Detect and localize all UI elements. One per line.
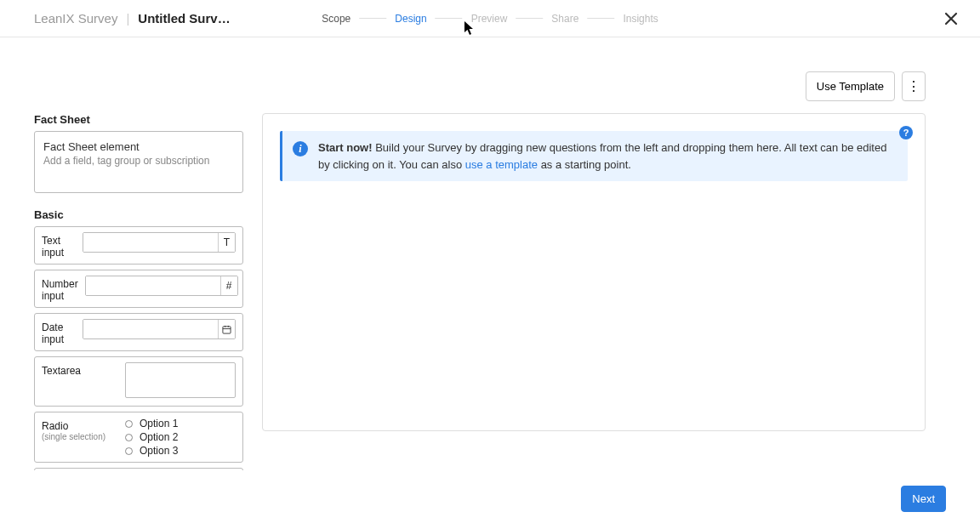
more-options-button[interactable]: ⋮ [902,71,926,101]
number-input-demo-field [86,276,220,295]
text-suffix-icon: T [218,233,235,252]
widget-label: Text input [42,232,76,259]
app-header: LeanIX Survey | Untitled Surv… Scope Des… [0,0,980,37]
info-icon: i [293,141,308,156]
date-input-demo [83,319,236,339]
radio-icon [125,434,133,441]
info-strong: Start now! [318,141,373,154]
wizard-steps: Scope Design Preview Share Insights [322,13,658,25]
info-banner: i Start now! Build your Survey by draggi… [280,131,908,181]
text-input-demo-field [83,233,218,252]
page-toolbar: Use Template ⋮ [0,37,980,101]
radio-icon [125,420,133,428]
survey-title[interactable]: Untitled Surv… [138,11,230,26]
widget-textarea[interactable]: Textarea [34,356,243,407]
calendar-icon [218,320,235,338]
use-template-link[interactable]: use a template [465,158,538,171]
textarea-demo [125,362,236,398]
section-title-fact-sheet: Fact Sheet [34,113,243,126]
use-template-button[interactable]: Use Template [806,71,895,101]
step-scope[interactable]: Scope [322,13,350,25]
widget-checkbox[interactable]: Checkbox (multiple selections) Option 1 … [34,468,243,470]
number-suffix-icon: # [220,276,237,295]
widget-number-input[interactable]: Number input # [34,270,243,308]
widget-text-input[interactable]: Text input T [34,226,243,264]
option-label: Option 3 [140,445,178,457]
survey-canvas[interactable]: ? i Start now! Build your Survey by drag… [262,113,926,431]
brand-separator: | [126,11,129,26]
step-insights[interactable]: Insights [623,13,658,25]
section-title-basic: Basic [34,208,243,221]
widget-label: Number input [42,276,78,302]
step-share[interactable]: Share [551,13,578,25]
step-line [436,18,463,19]
widget-date-input[interactable]: Date input [34,313,243,351]
svg-rect-0 [223,326,231,333]
fact-sheet-element[interactable]: Fact Sheet element Add a field, tag grou… [34,131,243,193]
brand-name: LeanIX Survey [34,11,117,26]
widget-label: Textarea [42,362,118,377]
close-button[interactable] [939,7,963,31]
step-line [587,18,614,19]
date-input-demo-field [83,320,218,338]
widget-sublabel: (single selection) [42,432,118,441]
widget-label: Radio [42,420,118,432]
close-icon [944,12,958,26]
widget-label: Date input [42,319,76,345]
step-line [359,18,386,19]
kebab-icon: ⋮ [907,78,920,94]
option-label: Option 2 [140,431,178,443]
next-button[interactable]: Next [901,486,946,512]
widget-radio[interactable]: Radio (single selection) Option 1 Option… [34,412,243,463]
main-content: Fact Sheet Fact Sheet element Add a fiel… [0,101,980,470]
radio-options-demo: Option 1 Option 2 Option 3 [125,418,236,457]
palette-sidebar: Fact Sheet Fact Sheet element Add a fiel… [34,113,245,470]
option-label: Option 1 [140,418,178,429]
step-preview[interactable]: Preview [471,13,508,25]
fact-sheet-element-title: Fact Sheet element [43,140,234,153]
help-icon[interactable]: ? [899,126,913,139]
radio-icon [125,447,133,455]
step-design[interactable]: Design [395,13,426,25]
fact-sheet-element-subtitle: Add a field, tag group or subscription [43,155,234,167]
info-text: Start now! Build your Survey by dragging… [318,139,897,173]
number-input-demo: # [85,276,238,296]
page-footer: Next [901,486,946,512]
text-input-demo: T [83,232,236,253]
info-line2: as a starting point. [538,158,631,171]
step-line [516,18,543,19]
